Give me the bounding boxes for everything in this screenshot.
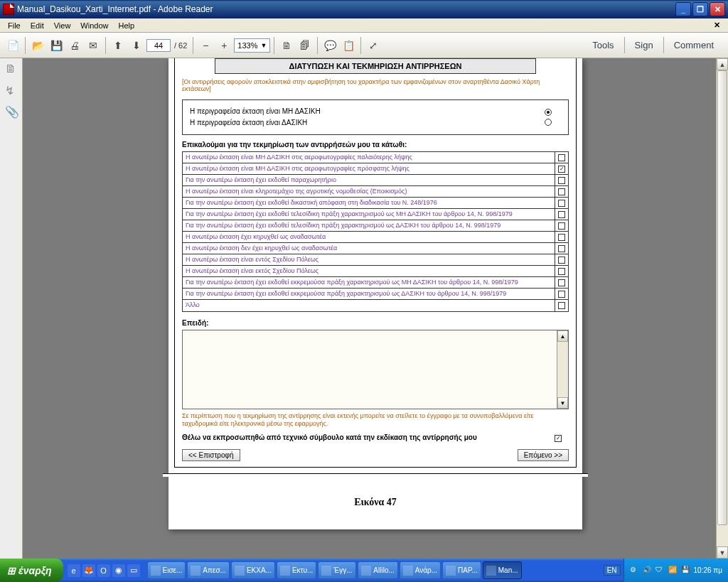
radio-forest[interactable]	[545, 119, 552, 126]
convert-icon[interactable]: 🗐	[296, 37, 314, 54]
task-icon	[321, 566, 331, 576]
taskbar-item[interactable]: Man...	[483, 561, 522, 579]
taskbar-item[interactable]: Ανάρ...	[400, 561, 441, 579]
task-icon	[446, 566, 456, 576]
save-icon[interactable]: 💾	[48, 37, 65, 54]
checkbox[interactable]	[558, 154, 565, 161]
thumbnails-icon[interactable]: 🗎	[5, 63, 18, 75]
maximize-button[interactable]: ❐	[692, 2, 708, 16]
reason-textarea[interactable]: ▲ ▼	[182, 330, 569, 409]
taskbar-item[interactable]: ΕΚΧΑ...	[231, 561, 275, 579]
window-titlebar: Manual_Dasikou_Xarti_Internet.pdf - Adob…	[0, 0, 728, 18]
outlook-icon[interactable]: O	[97, 564, 110, 577]
desktop-icon[interactable]: ▭	[127, 564, 140, 577]
attachments-icon[interactable]: 📎	[5, 105, 18, 118]
taskbar-item[interactable]: Εκτυ...	[277, 561, 316, 579]
language-indicator[interactable]: EN	[604, 565, 621, 576]
menubar: File Edit View Window Help ✕	[0, 18, 728, 33]
export-pdf-icon[interactable]: 📄	[4, 37, 21, 54]
scroll-down-icon[interactable]: ▼	[557, 397, 568, 409]
checkbox[interactable]	[558, 211, 565, 218]
check-row: Άλλο	[183, 300, 568, 311]
tray-icon[interactable]: ⚙	[630, 566, 640, 576]
sign-panel-button[interactable]: Sign	[624, 37, 663, 53]
page-down-icon[interactable]: ⬇	[128, 37, 145, 54]
checkbox[interactable]	[558, 279, 565, 286]
checkbox[interactable]	[558, 268, 565, 275]
print-icon[interactable]: 🖨	[66, 37, 83, 54]
read-mode-icon[interactable]: ⤢	[365, 37, 382, 54]
comment-panel-button[interactable]: Comment	[663, 37, 724, 53]
checkbox[interactable]	[558, 222, 565, 230]
tools-panel-button[interactable]: Tools	[582, 37, 623, 53]
bookmarks-icon[interactable]: ↯	[5, 84, 18, 97]
firefox-icon[interactable]: 🦊	[82, 564, 95, 577]
task-icon	[403, 566, 413, 576]
window-title: Manual_Dasikou_Xarti_Internet.pdf - Adob…	[17, 4, 675, 14]
close-button[interactable]: ✕	[710, 2, 725, 16]
save-copy-icon[interactable]: 🗎	[278, 37, 295, 54]
tray-icon[interactable]: 📶	[668, 566, 678, 576]
checkbox[interactable]	[558, 245, 565, 252]
taskbar-item[interactable]: Έγγ...	[318, 561, 356, 579]
minimize-button[interactable]: _	[675, 2, 691, 16]
task-icon	[235, 566, 245, 576]
menu-view[interactable]: View	[49, 21, 76, 30]
checkbox[interactable]	[558, 177, 565, 184]
tray-icon[interactable]: 🔊	[643, 566, 653, 576]
zoom-out-icon[interactable]: −	[197, 37, 214, 54]
menu-window[interactable]: Window	[75, 21, 113, 30]
taskbar-tasks: Εισε...Απεσ...ΕΚΧΑ...Εκτυ...Έγγ...Allilo…	[144, 561, 601, 579]
start-button[interactable]: ⊞ έναρξη	[0, 559, 63, 582]
radio-non-forest[interactable]	[545, 109, 552, 116]
check-row: Για την ανωτέρω έκταση έχει εκδοθεί τελε…	[183, 220, 568, 232]
email-icon[interactable]: ✉	[85, 37, 102, 54]
task-label: Έγγ...	[333, 566, 352, 574]
checkbox[interactable]	[558, 234, 565, 241]
page-number-input[interactable]	[146, 39, 171, 52]
scroll-up-icon[interactable]: ▲	[717, 58, 728, 70]
taskbar-item[interactable]: Εισε...	[147, 561, 186, 579]
tray-icon[interactable]: 🛡	[655, 566, 665, 576]
menu-edit[interactable]: Edit	[26, 21, 49, 30]
clock[interactable]: 10:26 πμ	[694, 566, 722, 574]
taskbar-item[interactable]: ΠΑΡ...	[442, 561, 481, 579]
checkbox[interactable]	[558, 257, 565, 264]
checkbox[interactable]	[558, 302, 565, 309]
zoom-in-icon[interactable]: +	[215, 37, 232, 54]
check-row: Για την ανωτέρω έκταση έχει εκδοθεί παρα…	[183, 175, 568, 186]
taskbar-item[interactable]: Απεσ...	[187, 561, 230, 579]
comment-icon[interactable]: 📋	[340, 37, 357, 54]
checkbox[interactable]	[558, 291, 565, 298]
check-label: Για την ανωτέρω έκταση έχει εκδοθεί εκκρ…	[183, 289, 555, 299]
section-hint: [Οι αντιρρήσεις αφορούν αποκλειστικά στη…	[175, 78, 576, 99]
check-label: Για την ανωτέρω έκταση έχει εκδοθεί δικα…	[183, 198, 555, 208]
chrome-icon[interactable]: ◉	[112, 564, 125, 577]
tray-icon[interactable]: 💾	[681, 566, 691, 576]
back-button[interactable]: << Επιστροφή	[182, 449, 240, 461]
checkbox[interactable]: ✓	[558, 166, 565, 173]
task-label: Εισε...	[163, 566, 183, 574]
doc-close-button[interactable]: ✕	[709, 21, 725, 30]
textarea-scrollbar[interactable]: ▲ ▼	[557, 330, 568, 409]
highlight-icon[interactable]: 💬	[321, 37, 338, 54]
page-up-icon[interactable]: ⬆	[109, 37, 127, 54]
ie-icon[interactable]: e	[68, 564, 80, 577]
figure-caption: Εικόνα 47	[168, 477, 582, 508]
scroll-thumb[interactable]	[717, 70, 727, 525]
represent-checkbox[interactable]: ✓	[555, 435, 562, 442]
task-icon	[280, 566, 290, 576]
open-icon[interactable]: 📂	[29, 37, 46, 54]
zoom-select[interactable]: 133%▼	[234, 38, 270, 53]
next-button[interactable]: Επόμενο >>	[518, 449, 569, 461]
checkbox[interactable]	[558, 200, 565, 207]
checkbox[interactable]	[558, 188, 565, 195]
task-label: Ανάρ...	[415, 566, 437, 574]
menu-file[interactable]: File	[3, 21, 26, 30]
scroll-down-icon[interactable]: ▼	[717, 546, 728, 559]
doc-scrollbar[interactable]: ▲ ▼	[716, 58, 728, 559]
menu-help[interactable]: Help	[113, 21, 139, 30]
taskbar-item[interactable]: Allilo...	[358, 561, 397, 579]
scroll-up-icon[interactable]: ▲	[557, 330, 568, 342]
task-label: Εκτυ...	[292, 566, 313, 574]
